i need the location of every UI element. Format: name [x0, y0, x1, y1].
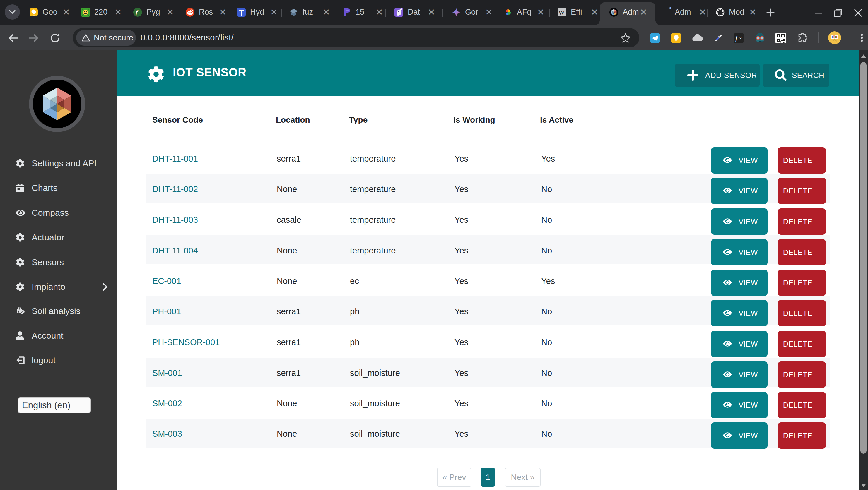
svg-text:?: ? — [739, 36, 742, 41]
svg-text:W: W — [558, 9, 565, 16]
